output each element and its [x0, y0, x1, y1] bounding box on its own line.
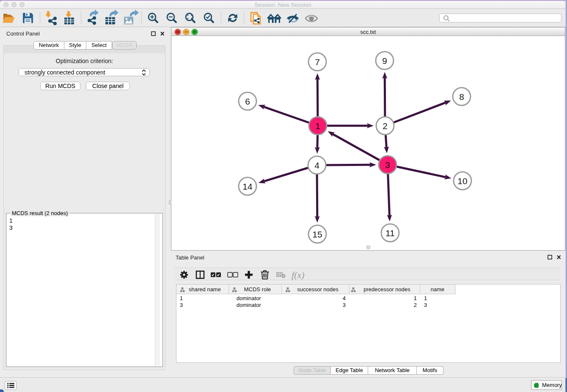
- svg-text:1: 1: [315, 121, 320, 131]
- svg-text:3: 3: [385, 160, 390, 170]
- svg-text:4: 4: [314, 160, 319, 170]
- svg-text:2: 2: [383, 121, 388, 131]
- svg-text:6: 6: [245, 97, 250, 106]
- svg-text:11: 11: [385, 228, 395, 238]
- svg-text:14: 14: [242, 182, 253, 191]
- svg-text:8: 8: [459, 92, 464, 102]
- svg-text:10: 10: [457, 176, 467, 186]
- svg-text:15: 15: [312, 229, 322, 239]
- svg-text:f(x): f(x): [292, 270, 305, 280]
- svg-text:9: 9: [382, 56, 387, 66]
- svg-text:7: 7: [315, 57, 320, 67]
